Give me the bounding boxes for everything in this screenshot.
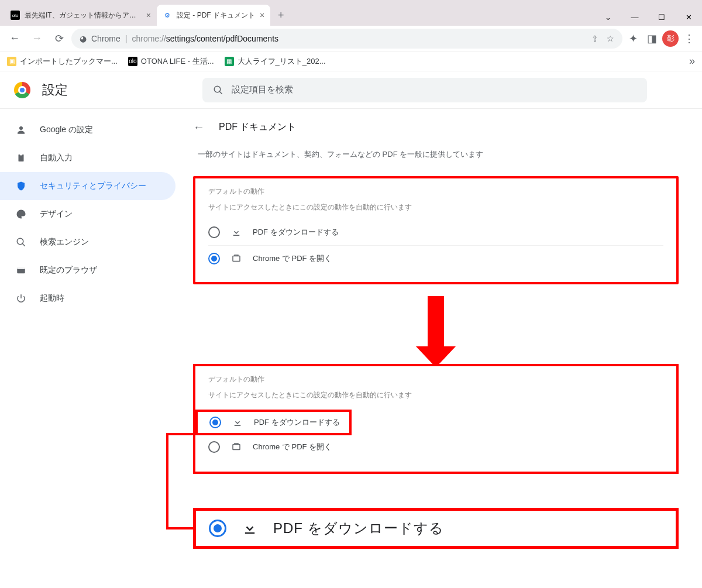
side-panel-icon[interactable]: ◨ (644, 30, 660, 47)
extensions-icon[interactable]: ✦ (625, 30, 641, 47)
kebab-menu-icon[interactable]: ⋮ (681, 30, 697, 47)
chrome-logo-icon (14, 82, 30, 98)
settings-app-title: 設定 (42, 81, 68, 99)
highlighted-option: PDF をダウンロードする (195, 410, 352, 435)
profile-avatar[interactable]: 彰 (662, 30, 679, 47)
new-tab-button[interactable]: + (273, 7, 289, 23)
radio-label: Chrome で PDF を開く (253, 253, 332, 264)
settings-favicon: ⚙ (163, 11, 172, 20)
sidebar-item-google[interactable]: Google の設定 (0, 116, 176, 144)
search-icon (15, 237, 27, 247)
clipboard-icon (15, 153, 27, 163)
radio-checked-icon (209, 417, 221, 428)
default-behavior-card-after: デフォルトの動作 サイトにアクセスしたときにこの設定の動作を自動的に行います P… (193, 364, 679, 474)
back-button[interactable]: ← (5, 29, 25, 49)
address-bar[interactable]: ◕ Chrome | chrome://settings/content/pdf… (71, 29, 622, 49)
folder-icon: ▣ (7, 57, 16, 66)
svg-rect-13 (245, 532, 254, 534)
radio-option-download[interactable]: PDF をダウンロードする (208, 219, 663, 245)
close-icon[interactable]: × (260, 11, 264, 20)
close-window-button[interactable]: ✕ (675, 8, 702, 26)
radio-option-download[interactable]: PDF をダウンロードする (198, 412, 349, 433)
card-description: サイトにアクセスしたときにこの設定の動作を自動的に行います (208, 390, 663, 400)
back-arrow-icon[interactable]: ← (193, 121, 205, 134)
sidebar-item-label: 検索エンジン (40, 237, 89, 247)
shield-icon (15, 181, 27, 191)
sidebar-item-label: 起動時 (40, 293, 64, 304)
radio-option-open[interactable]: Chrome で PDF を開く (208, 245, 663, 271)
annotation-connector (193, 490, 679, 511)
radio-checked-icon (208, 253, 220, 264)
radio-checked-icon (209, 520, 226, 537)
svg-rect-10 (233, 256, 240, 262)
bookmark-star-icon[interactable]: ☆ (607, 34, 614, 43)
sidebar-item-design[interactable]: デザイン (0, 200, 176, 228)
card-description: サイトにアクセスしたときにこの設定の動作を自動的に行います (208, 202, 663, 212)
tab-title: 最先端IT、ガジェット情報からアナログ (25, 11, 142, 20)
default-behavior-card-before: デフォルトの動作 サイトにアクセスしたときにこの設定の動作を自動的に行います P… (193, 176, 679, 284)
sidebar-item-autofill[interactable]: 自動入力 (0, 144, 176, 172)
sidebar-item-search-engine[interactable]: 検索エンジン (0, 228, 176, 256)
svg-rect-9 (233, 235, 240, 236)
scheme-label: Chrome (91, 34, 121, 43)
bookmark-item[interactable]: olo OTONA LIFE - 生活... (128, 56, 214, 67)
reload-button[interactable]: ⟳ (49, 29, 69, 49)
svg-line-1 (219, 91, 222, 94)
open-in-chrome-icon (230, 442, 242, 452)
radio-option-open[interactable]: Chrome で PDF を開く (208, 434, 663, 460)
download-icon (242, 520, 258, 537)
search-placeholder: 設定項目を検索 (232, 84, 293, 95)
search-icon (213, 85, 223, 95)
site-icon: olo (128, 57, 137, 66)
bookmark-item[interactable]: ▦ 大人ライフ_リスト_202... (225, 56, 326, 67)
sidebar-item-label: セキュリティとプライバシー (40, 181, 146, 191)
sidebar-item-default-browser[interactable]: 既定のブラウザ (0, 256, 176, 284)
forward-button[interactable]: → (27, 29, 47, 49)
caret-down-icon[interactable]: ⌄ (594, 8, 621, 26)
radio-label: Chrome で PDF を開く (253, 442, 332, 452)
bookmark-label: 大人ライフ_リスト_202... (238, 56, 326, 67)
minimize-button[interactable]: — (621, 8, 648, 26)
bookmark-label: インポートしたブックマー... (20, 56, 118, 67)
sidebar-item-security[interactable]: セキュリティとプライバシー (0, 172, 176, 200)
svg-rect-3 (19, 154, 24, 161)
power-icon (15, 293, 27, 304)
sidebar-item-label: デザイン (40, 209, 73, 219)
tab-title: 設定 - PDF ドキュメント (177, 11, 255, 20)
maximize-button[interactable]: ☐ (648, 8, 675, 26)
open-in-chrome-icon (230, 253, 242, 264)
sheets-icon: ▦ (225, 57, 234, 66)
browser-icon (15, 265, 27, 276)
browser-tab[interactable]: olo 最先端IT、ガジェット情報からアナログ × (5, 5, 157, 26)
radio-unchecked-icon (208, 441, 220, 453)
page-description: 一部のサイトはドキュメント、契約、フォームなどの PDF を一般に提供しています (193, 149, 679, 160)
svg-rect-11 (235, 425, 241, 427)
sidebar-item-label: 既定のブラウザ (40, 265, 97, 276)
svg-point-0 (214, 86, 221, 92)
share-icon[interactable]: ⇪ (591, 34, 598, 43)
bookmarks-overflow-icon[interactable]: » (689, 55, 695, 67)
person-icon (15, 125, 27, 135)
bookmark-item[interactable]: ▣ インポートしたブックマー... (7, 56, 118, 67)
close-icon[interactable]: × (146, 11, 151, 20)
sidebar-item-label: 自動入力 (40, 153, 73, 163)
callout-label: PDF をダウンロードする (273, 519, 444, 538)
chrome-scheme-icon: ◕ (80, 34, 87, 43)
bookmark-label: OTONA LIFE - 生活... (141, 56, 214, 67)
svg-rect-4 (20, 154, 23, 156)
card-title: デフォルトの動作 (208, 374, 663, 384)
radio-label: PDF をダウンロードする (253, 227, 339, 238)
svg-point-2 (19, 126, 23, 130)
sidebar-item-label: Google の設定 (40, 125, 93, 135)
svg-point-5 (17, 238, 23, 245)
settings-sidebar: Google の設定 自動入力 セキュリティとプライバシー デザイン 検索エンジ… (0, 109, 176, 549)
download-icon (230, 227, 242, 238)
annotation-arrow (193, 290, 679, 359)
palette-icon (15, 209, 27, 219)
settings-search-input[interactable]: 設定項目を検索 (202, 78, 647, 102)
browser-tab-active[interactable]: ⚙ 設定 - PDF ドキュメント × (157, 5, 270, 26)
sidebar-item-startup[interactable]: 起動時 (0, 284, 176, 312)
card-title: デフォルトの動作 (208, 187, 663, 197)
svg-rect-8 (17, 267, 25, 269)
callout-box: PDF をダウンロードする (193, 508, 679, 549)
